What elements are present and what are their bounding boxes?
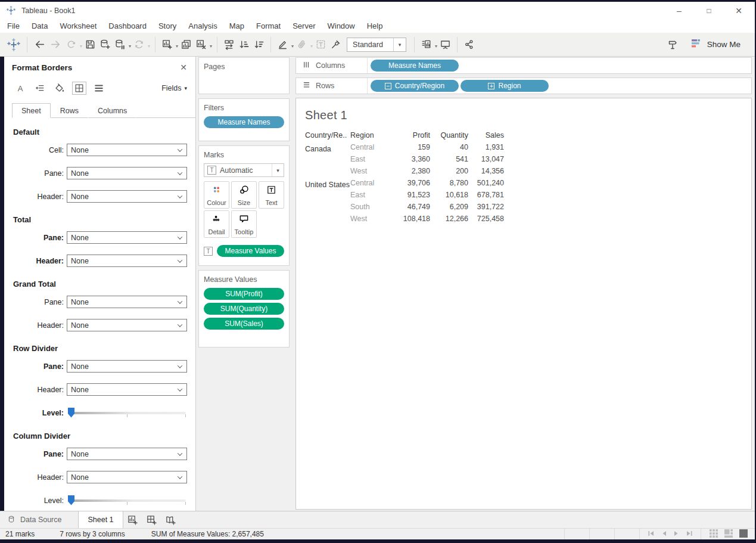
border-style-select[interactable]: None [67, 383, 187, 396]
border-style-select[interactable]: None [67, 190, 187, 203]
slider-thumb[interactable] [68, 495, 74, 505]
shelf-pill-region[interactable]: +Region [461, 80, 549, 92]
filter-pill-measure-names[interactable]: Measure Names [204, 116, 284, 128]
fix-axes-icon[interactable] [328, 36, 343, 54]
row-header-region[interactable]: South [350, 203, 396, 215]
menu-dashboard[interactable]: Dashboard [102, 20, 153, 32]
border-style-select[interactable]: None [67, 167, 187, 179]
alignment-icon[interactable] [33, 82, 47, 95]
show-me-button[interactable]: Show Me [691, 39, 741, 51]
dropdown-caret-icon[interactable]: ▾ [210, 44, 212, 49]
menu-map[interactable]: Map [223, 20, 250, 32]
table-cell-value[interactable]: 200 [430, 167, 468, 179]
mark-type-dropdown[interactable]: T Automatic ▾ [204, 163, 284, 177]
shading-icon[interactable] [52, 82, 67, 95]
menu-story[interactable]: Story [153, 20, 182, 32]
table-cell-value[interactable]: 39,706 [396, 179, 430, 191]
row-header-country[interactable]: United States [305, 179, 350, 190]
table-cell-value[interactable]: 12,266 [430, 215, 468, 226]
table-cell-value[interactable]: 501,240 [468, 179, 504, 191]
new-data-source-icon[interactable] [98, 36, 113, 54]
shelf-pill-measure-names[interactable]: Measure Names [371, 60, 459, 72]
row-header-region[interactable]: East [350, 155, 396, 167]
save-icon[interactable] [83, 36, 98, 54]
fit-selector-dropdown[interactable]: Standard▾ [347, 38, 406, 52]
measure-pill-sum-profit-[interactable]: SUM(Profit) [204, 288, 284, 300]
sheet-tab-sheet1[interactable]: Sheet 1 [78, 511, 123, 528]
forward-arrow-icon[interactable] [48, 36, 64, 54]
border-style-select[interactable]: None [67, 144, 187, 156]
menu-analysis[interactable]: Analysis [182, 20, 223, 32]
marks-button-tooltip[interactable]: Tooltip [231, 210, 257, 238]
menu-server[interactable]: Server [287, 20, 321, 32]
table-cell-value[interactable]: 391,722 [468, 203, 504, 215]
lines-icon[interactable] [92, 82, 106, 95]
table-cell-value[interactable]: 8,780 [430, 179, 468, 191]
new-worksheet-icon[interactable] [123, 511, 142, 528]
menu-format[interactable]: Format [250, 20, 287, 32]
level-slider[interactable] [67, 408, 187, 418]
last-page-icon[interactable] [686, 530, 692, 538]
menu-worksheet[interactable]: Worksheet [54, 20, 102, 32]
dropdown-caret-icon[interactable]: ▾ [435, 44, 437, 49]
slider-thumb[interactable] [68, 408, 74, 418]
sheet-view-icon[interactable] [739, 529, 748, 539]
sort-descending-icon[interactable] [251, 36, 266, 54]
previous-page-icon[interactable] [661, 530, 667, 538]
minimize-button[interactable]: – [675, 6, 683, 15]
filters-card[interactable]: Filters Measure Names [198, 98, 290, 141]
first-page-icon[interactable] [648, 530, 655, 538]
back-arrow-icon[interactable] [32, 36, 48, 54]
row-header-region[interactable]: Central [350, 143, 396, 155]
dropdown-caret-icon[interactable]: ▾ [310, 44, 313, 49]
format-tab-columns[interactable]: Columns [88, 103, 136, 118]
table-header-profit[interactable]: Profit [396, 131, 430, 143]
rows-shelf[interactable]: Rows −Country/Region+Region [295, 77, 752, 94]
sort-ascending-icon[interactable] [237, 36, 251, 54]
table-cell-value[interactable]: 1,931 [468, 143, 504, 155]
border-style-select[interactable]: None [67, 319, 187, 331]
group-members-icon[interactable] [294, 36, 309, 54]
table-cell-value[interactable]: 6,209 [430, 203, 468, 215]
border-style-select[interactable]: None [67, 296, 187, 308]
next-page-icon[interactable] [673, 530, 680, 538]
border-style-select[interactable]: None [67, 255, 187, 267]
menu-window[interactable]: Window [321, 20, 360, 32]
maximize-button[interactable]: □ [705, 7, 713, 15]
close-button[interactable]: ✕ [735, 6, 743, 15]
data-guide-icon[interactable] [665, 36, 680, 54]
menu-help[interactable]: Help [361, 20, 389, 32]
menu-data[interactable]: Data [26, 20, 54, 32]
menu-file[interactable]: File [1, 20, 26, 32]
data-source-tab[interactable]: Data Source [0, 511, 78, 528]
show-hide-cards-icon[interactable] [419, 36, 434, 54]
row-header-region[interactable]: East [350, 191, 396, 203]
run-update-icon[interactable] [132, 36, 147, 54]
table-header-country-re-[interactable]: Country/Re.. [305, 131, 350, 143]
border-style-select[interactable]: None [67, 231, 187, 244]
measure-pill-sum-quantity-[interactable]: SUM(Quantity) [204, 303, 284, 315]
marks-pill-measure-values[interactable]: Measure Values [217, 245, 284, 257]
level-slider[interactable] [67, 495, 187, 506]
dropdown-caret-icon[interactable]: ▾ [176, 44, 178, 49]
dropdown-caret-icon[interactable]: ▾ [80, 44, 82, 49]
table-cell-value[interactable]: 14,356 [468, 167, 504, 179]
row-header-region[interactable]: Central [350, 179, 396, 191]
table-cell-value[interactable]: 3,360 [396, 155, 430, 167]
swap-rows-columns-icon[interactable] [222, 36, 237, 54]
row-header-region[interactable]: West [350, 167, 396, 179]
pages-card[interactable]: Pages [198, 57, 290, 94]
filmstrip-view-icon[interactable] [724, 529, 733, 539]
marks-button-text[interactable]: Text [259, 181, 284, 209]
borders-icon[interactable] [72, 82, 86, 95]
replay-icon[interactable] [64, 36, 79, 54]
collapse-icon[interactable]: − [385, 83, 391, 89]
font-icon[interactable]: A [13, 82, 27, 95]
dropdown-caret-icon[interactable]: ▾ [129, 44, 131, 49]
format-tab-sheet[interactable]: Sheet [12, 103, 51, 118]
border-style-select[interactable]: None [67, 360, 187, 373]
table-header-sales[interactable]: Sales [468, 131, 504, 143]
share-icon[interactable] [462, 36, 477, 54]
new-story-icon[interactable] [161, 511, 181, 528]
dropdown-caret-icon[interactable]: ▾ [148, 44, 150, 49]
